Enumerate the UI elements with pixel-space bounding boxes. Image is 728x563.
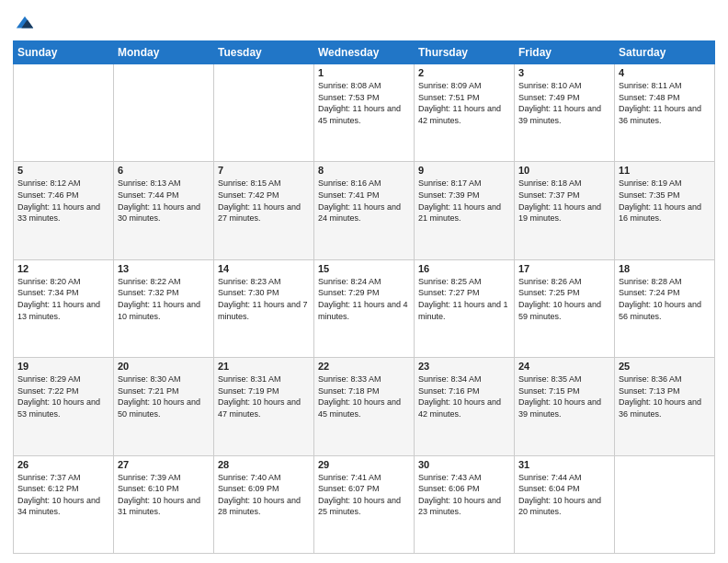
calendar-cell [214,64,314,162]
day-info: Sunrise: 8:22 AMSunset: 7:32 PMDaylight:… [118,277,200,321]
day-info: Sunrise: 8:36 AMSunset: 7:13 PMDaylight:… [619,374,701,419]
day-number: 26 [17,459,109,470]
calendar-cell: 28 Sunrise: 7:40 AMSunset: 6:09 PMDaylig… [214,455,314,553]
day-number: 22 [318,361,410,372]
day-info: Sunrise: 8:33 AMSunset: 7:18 PMDaylight:… [318,374,401,419]
calendar-cell: 31 Sunrise: 7:44 AMSunset: 6:04 PMDaylig… [515,455,615,553]
day-info: Sunrise: 7:40 AMSunset: 6:09 PMDaylight:… [218,473,301,517]
day-number: 12 [17,263,109,274]
week-row-2: 5 Sunrise: 8:12 AMSunset: 7:46 PMDayligh… [14,162,715,259]
logo-icon [15,13,35,33]
week-row-5: 26 Sunrise: 7:37 AMSunset: 6:12 PMDaylig… [14,455,715,553]
calendar-cell: 8 Sunrise: 8:16 AMSunset: 7:41 PMDayligh… [314,162,415,259]
weekday-header-monday: Monday [114,41,214,64]
calendar-cell: 4 Sunrise: 8:11 AMSunset: 7:48 PMDayligh… [615,64,715,162]
day-info: Sunrise: 8:11 AMSunset: 7:48 PMDaylight:… [619,81,701,125]
calendar-cell: 29 Sunrise: 7:41 AMSunset: 6:07 PMDaylig… [314,455,415,553]
calendar-cell: 6 Sunrise: 8:13 AMSunset: 7:44 PMDayligh… [114,162,214,259]
day-number: 23 [418,361,510,372]
weekday-header-friday: Friday [515,41,615,64]
calendar-cell: 23 Sunrise: 8:34 AMSunset: 7:16 PMDaylig… [415,358,515,455]
calendar-cell: 12 Sunrise: 8:20 AMSunset: 7:34 PMDaylig… [14,259,114,357]
day-number: 14 [218,263,310,274]
day-number: 4 [619,67,711,78]
day-info: Sunrise: 8:16 AMSunset: 7:41 PMDaylight:… [318,178,401,223]
day-info: Sunrise: 8:09 AMSunset: 7:51 PMDaylight:… [418,81,501,125]
day-number: 29 [318,459,410,470]
calendar-cell: 18 Sunrise: 8:28 AMSunset: 7:24 PMDaylig… [615,259,715,357]
day-number: 3 [518,67,610,78]
weekday-header-sunday: Sunday [14,41,114,64]
day-number: 18 [619,263,711,274]
day-info: Sunrise: 8:23 AMSunset: 7:30 PMDaylight:… [218,277,308,321]
day-number: 2 [418,67,510,78]
day-info: Sunrise: 8:35 AMSunset: 7:15 PMDaylight:… [518,374,601,419]
day-number: 1 [318,67,410,78]
week-row-3: 12 Sunrise: 8:20 AMSunset: 7:34 PMDaylig… [14,259,715,357]
day-number: 10 [518,165,610,176]
day-info: Sunrise: 7:44 AMSunset: 6:04 PMDaylight:… [518,473,601,517]
calendar-cell: 13 Sunrise: 8:22 AMSunset: 7:32 PMDaylig… [114,259,214,357]
day-info: Sunrise: 8:30 AMSunset: 7:21 PMDaylight:… [118,374,200,419]
calendar-cell: 14 Sunrise: 8:23 AMSunset: 7:30 PMDaylig… [214,259,314,357]
calendar-cell: 5 Sunrise: 8:12 AMSunset: 7:46 PMDayligh… [14,162,114,259]
week-row-4: 19 Sunrise: 8:29 AMSunset: 7:22 PMDaylig… [14,358,715,455]
calendar-cell: 3 Sunrise: 8:10 AMSunset: 7:49 PMDayligh… [515,64,615,162]
day-number: 27 [118,459,210,470]
day-number: 6 [118,165,210,176]
day-info: Sunrise: 8:29 AMSunset: 7:22 PMDaylight:… [17,374,100,419]
calendar-cell: 16 Sunrise: 8:25 AMSunset: 7:27 PMDaylig… [415,259,515,357]
day-info: Sunrise: 8:26 AMSunset: 7:25 PMDaylight:… [518,277,601,321]
logo [13,13,35,33]
day-number: 17 [518,263,610,274]
calendar-cell: 26 Sunrise: 7:37 AMSunset: 6:12 PMDaylig… [14,455,114,553]
day-info: Sunrise: 8:25 AMSunset: 7:27 PMDaylight:… [418,277,508,321]
calendar-cell: 19 Sunrise: 8:29 AMSunset: 7:22 PMDaylig… [14,358,114,455]
calendar-cell: 1 Sunrise: 8:08 AMSunset: 7:53 PMDayligh… [314,64,415,162]
weekday-header-tuesday: Tuesday [214,41,314,64]
page: SundayMondayTuesdayWednesdayThursdayFrid… [0,0,728,563]
weekday-header-wednesday: Wednesday [314,41,415,64]
day-info: Sunrise: 7:43 AMSunset: 6:06 PMDaylight:… [418,473,501,517]
calendar-cell: 30 Sunrise: 7:43 AMSunset: 6:06 PMDaylig… [415,455,515,553]
calendar-cell: 10 Sunrise: 8:18 AMSunset: 7:37 PMDaylig… [515,162,615,259]
day-number: 21 [218,361,310,372]
day-info: Sunrise: 8:12 AMSunset: 7:46 PMDaylight:… [17,178,100,223]
calendar: SundayMondayTuesdayWednesdayThursdayFrid… [13,40,715,554]
day-number: 20 [118,361,210,372]
day-info: Sunrise: 8:08 AMSunset: 7:53 PMDaylight:… [318,81,401,125]
day-number: 5 [17,165,109,176]
day-number: 13 [118,263,210,274]
day-info: Sunrise: 7:41 AMSunset: 6:07 PMDaylight:… [318,473,401,517]
calendar-cell: 22 Sunrise: 8:33 AMSunset: 7:18 PMDaylig… [314,358,415,455]
day-info: Sunrise: 8:20 AMSunset: 7:34 PMDaylight:… [17,277,100,321]
day-info: Sunrise: 8:15 AMSunset: 7:42 PMDaylight:… [218,178,301,223]
week-row-1: 1 Sunrise: 8:08 AMSunset: 7:53 PMDayligh… [14,64,715,162]
calendar-cell: 27 Sunrise: 7:39 AMSunset: 6:10 PMDaylig… [114,455,214,553]
calendar-cell: 9 Sunrise: 8:17 AMSunset: 7:39 PMDayligh… [415,162,515,259]
calendar-cell: 24 Sunrise: 8:35 AMSunset: 7:15 PMDaylig… [515,358,615,455]
calendar-cell: 15 Sunrise: 8:24 AMSunset: 7:29 PMDaylig… [314,259,415,357]
day-info: Sunrise: 8:31 AMSunset: 7:19 PMDaylight:… [218,374,301,419]
day-info: Sunrise: 8:24 AMSunset: 7:29 PMDaylight:… [318,277,408,321]
day-info: Sunrise: 8:28 AMSunset: 7:24 PMDaylight:… [619,277,701,321]
weekday-header-row: SundayMondayTuesdayWednesdayThursdayFrid… [14,41,715,64]
day-number: 28 [218,459,310,470]
day-info: Sunrise: 8:13 AMSunset: 7:44 PMDaylight:… [118,178,200,223]
day-info: Sunrise: 8:17 AMSunset: 7:39 PMDaylight:… [418,178,501,223]
calendar-cell: 11 Sunrise: 8:19 AMSunset: 7:35 PMDaylig… [615,162,715,259]
day-info: Sunrise: 8:10 AMSunset: 7:49 PMDaylight:… [518,81,601,125]
day-number: 25 [619,361,711,372]
calendar-cell [114,64,214,162]
calendar-cell: 20 Sunrise: 8:30 AMSunset: 7:21 PMDaylig… [114,358,214,455]
day-info: Sunrise: 7:39 AMSunset: 6:10 PMDaylight:… [118,473,200,517]
calendar-cell [615,455,715,553]
weekday-header-thursday: Thursday [415,41,515,64]
day-number: 15 [318,263,410,274]
calendar-cell: 2 Sunrise: 8:09 AMSunset: 7:51 PMDayligh… [415,64,515,162]
day-number: 31 [518,459,610,470]
day-number: 8 [318,165,410,176]
day-number: 11 [619,165,711,176]
header [13,9,715,33]
calendar-cell: 25 Sunrise: 8:36 AMSunset: 7:13 PMDaylig… [615,358,715,455]
